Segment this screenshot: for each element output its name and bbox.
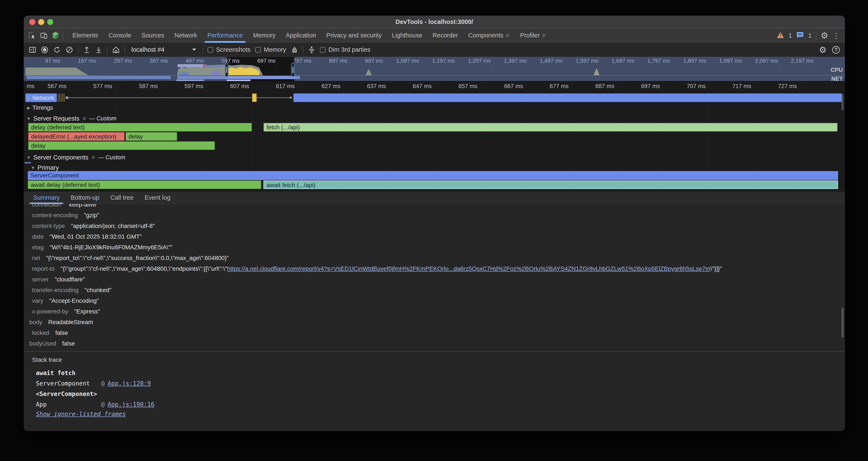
issues-icon[interactable] [796,31,804,39]
react-devtools-icon: ⚛ [505,32,510,38]
clear-icon[interactable] [66,46,73,54]
tab-performance[interactable]: Performance [202,28,248,43]
tab-privacy-and-security[interactable]: Privacy and security [321,28,387,43]
tab-application[interactable]: Application [281,28,321,43]
performance-toolbar: localhost #4 Screenshots Memory Dim 3rd … [24,43,845,57]
header-row-locked: lockedfalse [32,327,845,338]
server-requests-header[interactable]: ▼Server Requests⚛— Custom [27,115,116,122]
tab-memory[interactable]: Memory [248,28,281,43]
tab-bottom-up[interactable]: Bottom-up [65,192,105,204]
header-row-bodyUsed: bodyUsedfalse [29,338,845,349]
toolbar-divider [816,31,816,40]
header-key: transfer-encoding [32,287,79,293]
header-value: "Wed, 01 Oct 2025 18:32:01 GMT" [50,233,142,240]
server-request-bar[interactable]: delay (deferred text) [28,123,252,132]
tab-elements[interactable]: Elements [67,28,103,43]
report-to-url-link[interactable]: https://a.nel.cloudflare.com/report/v4?s… [227,265,710,272]
warning-icon[interactable] [777,32,784,39]
tab-profiler[interactable]: Profiler⚛ [515,28,551,43]
issues-count: 1 [808,32,812,39]
primary-group-header[interactable]: ▼Primary [31,164,59,171]
server-request-bar[interactable]: fetch (.../api) [264,123,837,132]
server-component-bar-selected[interactable]: await fetch (.../api) [264,180,838,189]
kebab-menu-icon[interactable]: ⋮ [833,31,840,40]
network-event-marker[interactable] [252,93,257,102]
server-component-bar[interactable]: await delay (deferred text) [28,180,261,189]
tab-sources[interactable]: Sources [136,28,169,43]
server-request-bar[interactable]: delay [126,132,177,141]
timeline-overview[interactable]: 97 ms197 ms297 ms397 ms497 ms597 ms697 m… [24,57,845,81]
header-value: "keep-alive" [67,204,98,208]
header-value: "application/json; charset=utf-8" [71,223,155,229]
history-dropdown[interactable]: localhost #4 [130,46,198,53]
server-request-bar[interactable]: delayedError (...ayed exception) [28,132,125,141]
flame-scrollbar[interactable] [841,94,844,110]
header-value: false [62,340,75,347]
header-value: "gzip" [84,212,99,219]
capture-settings-gear-icon[interactable]: ⚙ [819,46,827,54]
device-toolbar-icon[interactable] [40,32,48,39]
show-ignore-listed-frames-link[interactable]: Show ignore-listed frames [36,410,126,417]
header-value: "{\"report_to\":\"cf-nel\",\"success_fra… [46,255,229,261]
tab-console[interactable]: Console [103,28,136,43]
network-connector-square [66,96,68,99]
extension-icon[interactable] [52,31,59,39]
inspect-element-icon[interactable] [28,32,36,39]
save-profile-icon[interactable] [95,46,102,54]
frame-at-symbol: @ [101,399,105,410]
help-icon[interactable]: ? [832,46,840,54]
network-connector-square [290,97,292,98]
cpu-label: CPU [831,67,843,73]
load-profile-icon[interactable] [83,46,90,54]
home-icon[interactable] [112,46,120,54]
network-request-bar[interactable] [293,93,842,102]
stack-frame: ServerComponent@App.js:128:9 [36,378,845,389]
record-and-reload-icon[interactable] [53,46,61,54]
header-row-body: bodyReadableStream [29,317,845,327]
tab-call-tree[interactable]: Call tree [105,192,139,204]
selection-handle-left[interactable] [225,63,228,77]
ruler-tick-label: ms [27,83,34,90]
shortcuts-icon[interactable] [308,46,315,54]
overview-tick-label: 697 ms [240,58,276,64]
react-devtools-icon: ⚛ [541,32,546,38]
header-value: "Accept-Encoding" [49,297,99,304]
tab-event-log[interactable]: Event log [139,192,176,204]
devtools-window: DevTools - localhost:3000/ ElementsConso… [24,16,845,431]
header-row-transfer-encoding: transfer-encoding"chunked" [32,285,845,295]
frame-function-name: <ServerComponent> [36,389,97,399]
server-components-header[interactable]: ▼Server Components⚛— Custom [27,154,125,161]
header-row-server: server"cloudflare" [32,274,845,285]
stack-frame: App@App.js:190:16 [36,399,845,410]
ruler-tick-label: 707 ms [674,83,706,90]
details-scrollbar[interactable] [841,308,844,338]
toggle-sidebar-icon[interactable] [29,46,36,54]
header-row-report-to: report-to"{\"group\":\"cf-nel\",\"max_ag… [32,263,845,274]
selection-handle-right[interactable] [291,63,295,77]
checkbox-box [255,47,261,53]
frame-source-link[interactable]: App.js:128:9 [107,378,151,389]
track-network[interactable]: ▶Network [27,94,54,102]
track-timings[interactable]: ▶Timings [27,104,53,111]
tab-summary[interactable]: Summary [28,192,65,204]
toolbar-divider [63,31,63,40]
tab-lighthouse[interactable]: Lighthouse [387,28,427,43]
header-row-content-encoding: content-encoding"gzip" [32,210,845,221]
server-component-bar[interactable]: ServerComponent [28,171,838,180]
screenshots-checkbox[interactable]: Screenshots [208,46,251,53]
tab-components[interactable]: Components⚛ [463,28,515,43]
frame-source-link[interactable]: App.js:190:16 [107,399,154,410]
dim-3rd-parties-checkbox[interactable]: Dim 3rd parties [320,46,371,53]
memory-checkbox[interactable]: Memory [255,46,286,53]
settings-gear-icon[interactable]: ⚙ [820,31,828,40]
tab-network[interactable]: Network [169,28,202,43]
flame-chart: ms567 ms577 ms587 ms597 ms607 ms617 ms62… [24,81,845,192]
header-row-connection: connection"keep-alive" [32,204,845,210]
record-icon[interactable] [41,46,49,54]
react-icon: ⚛ [82,116,87,122]
ruler-tick-label: 727 ms [765,83,797,90]
server-request-bar[interactable]: delay [28,141,215,150]
warning-count: 1 [788,32,792,39]
collect-garbage-icon[interactable] [291,46,298,54]
tab-recorder[interactable]: Recorder [427,28,463,43]
